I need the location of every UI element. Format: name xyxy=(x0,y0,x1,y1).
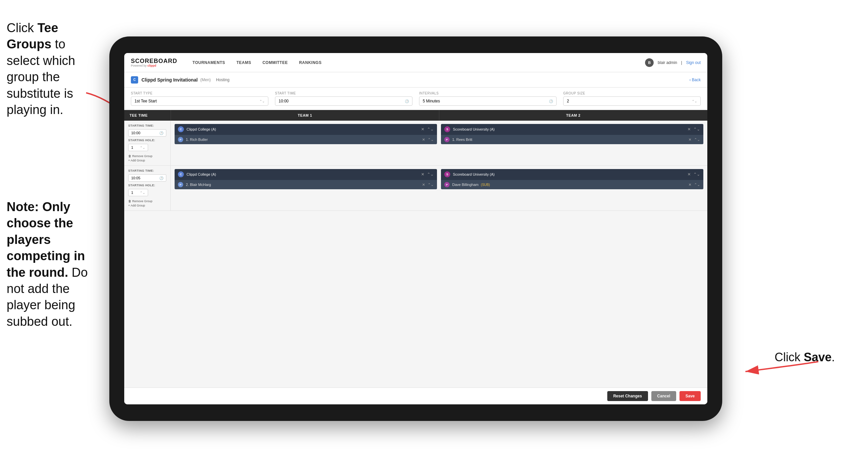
start-type-group: Start Type 1st Tee Start ⌃⌄ xyxy=(131,91,268,106)
team-icon-1-2: S xyxy=(444,126,450,132)
group-left-1: STARTING TIME: 10:00 🕐 STARTING HOLE: 1 … xyxy=(124,121,170,166)
team-card-2-1: C Clippd College (A) ✕ ⌃⌄ P xyxy=(175,169,437,189)
player-remove-1-2-1[interactable]: ✕ xyxy=(688,138,691,142)
start-type-label: Start Type xyxy=(131,91,268,95)
intervals-input[interactable]: 5 Minutes 🕐 xyxy=(419,96,557,106)
player-fullname-2-2-1: Dave Billingham xyxy=(452,183,478,186)
admin-label: blair admin xyxy=(658,60,677,65)
hole-value-2: 1 xyxy=(131,191,133,195)
time-clock-icon-2: 🕐 xyxy=(159,176,163,180)
hole-input-2[interactable]: 1 ⌃⌄ xyxy=(128,189,148,196)
remove-group-btn-1[interactable]: 🗑 Remove Group xyxy=(128,154,166,158)
start-type-value: 1st Tee Start xyxy=(134,99,157,104)
remove-group-btn-2[interactable]: 🗑 Remove Group xyxy=(128,200,166,203)
start-time-label: Start Time xyxy=(275,91,412,95)
player-icon-2-2-1: P xyxy=(444,182,450,187)
group-right-2: C Clippd College (A) ✕ ⌃⌄ P xyxy=(170,166,707,210)
player-arrow-1-2-1[interactable]: ⌃⌄ xyxy=(694,138,700,142)
start-type-input[interactable]: 1st Tee Start ⌃⌄ xyxy=(131,96,268,106)
player-sub-badge-2-2-1: (SUB) xyxy=(481,183,490,186)
add-group-label-2: + Add Group xyxy=(128,204,145,207)
hole-input-1[interactable]: 1 ⌃⌄ xyxy=(128,144,148,151)
team-card-header-2-1: C Clippd College (A) ✕ ⌃⌄ xyxy=(175,169,437,180)
intervals-value: 5 Minutes xyxy=(423,99,440,104)
team-name-1-2: Scoreboard University (A) xyxy=(453,127,685,131)
team-col-1-2: S Scoreboard University (A) ✕ ⌃⌄ P xyxy=(441,124,703,162)
logo-scoreboard: SCOREBOARD xyxy=(131,58,177,65)
nav-rankings[interactable]: RANKINGS xyxy=(294,58,327,68)
team-icon-1-1: C xyxy=(178,126,184,132)
team-arrow-2-2[interactable]: ⌃⌄ xyxy=(693,172,700,177)
player-fullname-2-1-1: Blair McHarg xyxy=(190,183,211,186)
nav-right: B blair admin | Sign out xyxy=(645,58,701,67)
remove-icon-1: 🗑 xyxy=(128,154,131,158)
player-remove-2-1-1[interactable]: ✕ xyxy=(422,183,425,187)
time-input-1[interactable]: 10:00 🕐 xyxy=(128,129,166,137)
team-remove-1-2[interactable]: ✕ xyxy=(687,127,691,132)
team-card-header-1-2: S Scoreboard University (A) ✕ ⌃⌄ xyxy=(441,124,703,135)
team-card-1-2: S Scoreboard University (A) ✕ ⌃⌄ P xyxy=(441,124,703,144)
intervals-icon: 🕐 xyxy=(549,99,553,103)
hosting-label: Hosting xyxy=(216,78,229,82)
player-remove-1-1-1[interactable]: ✕ xyxy=(422,138,425,142)
team-name-2-1: Clippd College (A) xyxy=(187,172,418,176)
team-remove-2-1[interactable]: ✕ xyxy=(421,172,424,177)
player-icon-1-2-1: P xyxy=(444,137,450,142)
team-remove-2-2[interactable]: ✕ xyxy=(687,172,691,177)
add-group-btn-2[interactable]: + Add Group xyxy=(128,204,166,207)
tee-groups-bold: Tee Groups xyxy=(7,21,58,51)
sub-header: C Clippd Spring Invitational (Men) Hosti… xyxy=(124,72,707,88)
add-group-btn-1[interactable]: + Add Group xyxy=(128,159,166,162)
team-remove-1-1[interactable]: ✕ xyxy=(421,127,424,132)
group-size-value: 2 xyxy=(567,99,569,104)
team-icon-2-2: S xyxy=(444,171,450,177)
group-size-label: Group Size xyxy=(563,91,701,95)
team-arrow-1-2[interactable]: ⌃⌄ xyxy=(693,127,700,132)
nav-avatar: B xyxy=(645,58,654,67)
start-time-group: Start Time 10:00 🕐 xyxy=(275,91,412,106)
player-row-1-1-1: P 1. Rich Butler ✕ ⌃⌄ xyxy=(175,135,437,144)
player-arrow-2-1-1[interactable]: ⌃⌄ xyxy=(428,183,434,187)
starting-hole-label-1: STARTING HOLE: xyxy=(128,139,166,142)
footer-bar: Reset Changes Cancel Save xyxy=(124,387,707,404)
cancel-button[interactable]: Cancel xyxy=(651,391,676,401)
logo-powered: Powered by clippd xyxy=(131,64,177,67)
group-size-input[interactable]: 2 ⌃⌄ xyxy=(563,96,701,106)
remove-group-label-2: Remove Group xyxy=(132,200,152,203)
player-name-1-2-1: 1. Rees Britt xyxy=(452,138,688,142)
group-row-2: STARTING TIME: 10:05 🕐 STARTING HOLE: 1 … xyxy=(124,166,707,211)
groups-scroll[interactable]: STARTING TIME: 10:00 🕐 STARTING HOLE: 1 … xyxy=(124,121,707,387)
save-button[interactable]: Save xyxy=(680,391,701,401)
navbar: SCOREBOARD Powered by clippd TOURNAMENTS… xyxy=(124,53,707,72)
player-icon-2-1-1: P xyxy=(178,182,183,187)
player-fullname-1-2-1: Rees Britt xyxy=(456,138,472,142)
nav-committee[interactable]: COMMITTEE xyxy=(257,58,293,68)
time-value-1: 10:00 xyxy=(131,131,141,135)
team-name-2-2: Scoreboard University (A) xyxy=(453,172,685,176)
group-size-arrow: ⌃⌄ xyxy=(692,99,697,103)
player-icon-1-1-1: P xyxy=(178,137,183,142)
note-label: Note: xyxy=(7,200,42,214)
group-right-1: C Clippd College (A) ✕ ⌃⌄ P xyxy=(170,121,707,166)
player-controls-2-1-1: ✕ ⌃⌄ xyxy=(422,183,434,187)
team-arrow-2-1[interactable]: ⌃⌄ xyxy=(427,172,434,177)
start-time-input[interactable]: 10:00 🕐 xyxy=(275,96,412,106)
player-arrow-1-1-1[interactable]: ⌃⌄ xyxy=(428,138,434,142)
reset-changes-button[interactable]: Reset Changes xyxy=(607,391,648,401)
group-size-group: Group Size 2 ⌃⌄ xyxy=(563,91,701,106)
nav-tournaments[interactable]: TOURNAMENTS xyxy=(187,58,230,68)
back-link[interactable]: ‹ Back xyxy=(689,78,701,82)
group-row-1: STARTING TIME: 10:00 🕐 STARTING HOLE: 1 … xyxy=(124,121,707,166)
remove-icon-2: 🗑 xyxy=(128,200,131,203)
player-arrow-2-2-1[interactable]: ⌃⌄ xyxy=(694,183,700,187)
player-remove-2-2-1[interactable]: ✕ xyxy=(688,183,691,187)
player-name-1-1-1: 1. Rich Butler xyxy=(186,138,422,142)
tournament-title: Clippd Spring Invitational xyxy=(142,77,198,83)
signout-link[interactable]: Sign out xyxy=(686,60,701,65)
nav-teams[interactable]: TEAMS xyxy=(231,58,257,68)
team-arrow-1-1[interactable]: ⌃⌄ xyxy=(427,127,434,132)
team-controls-1-2: ✕ ⌃⌄ xyxy=(687,127,700,132)
team-col-1-1: C Clippd College (A) ✕ ⌃⌄ P xyxy=(175,124,437,162)
team-controls-2-2: ✕ ⌃⌄ xyxy=(687,172,700,177)
time-input-2[interactable]: 10:05 🕐 xyxy=(128,174,166,182)
